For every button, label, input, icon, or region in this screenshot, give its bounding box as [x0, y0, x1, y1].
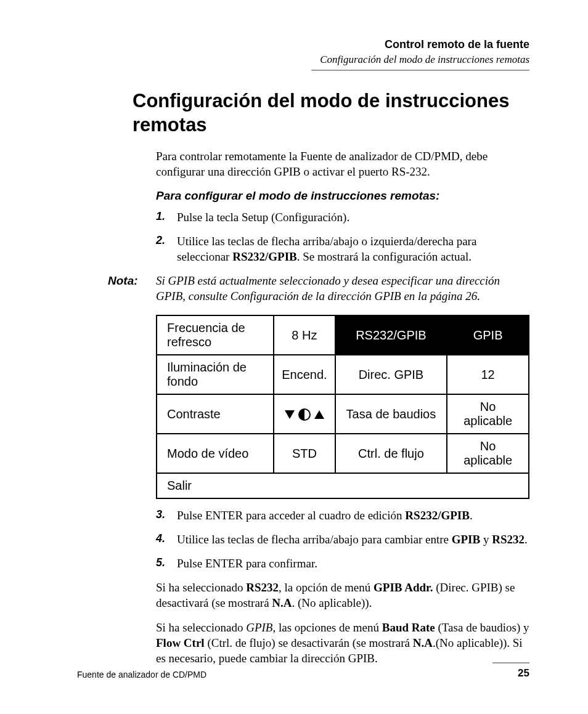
- step-3: 3. Pulse ENTER para acceder al cuadro de…: [156, 508, 529, 523]
- header-rule: [311, 70, 529, 71]
- table-row: Modo de vídeo STD Ctrl. de flujo No apli…: [157, 434, 529, 473]
- cell-flow-value: No aplicable: [447, 434, 529, 473]
- note-text: Si GPIB está actualmente seleccionado y …: [156, 273, 529, 304]
- note: Nota: Si GPIB está actualmente seleccion…: [108, 273, 529, 304]
- table-row: Contraste Tasa de baudios No aplicable: [157, 394, 529, 434]
- cell-backlight-label: Iluminación de fondo: [157, 355, 274, 394]
- step-5: 5. Pulse ENTER para confirmar.: [156, 556, 529, 571]
- cell-contrast-label: Contraste: [157, 394, 274, 434]
- cell-gpibaddr-value: 12: [447, 355, 529, 394]
- page-title: Configuración del modo de instrucciones …: [133, 89, 529, 137]
- para-gpib: Si ha seleccionado GPIB, las opciones de…: [156, 620, 529, 666]
- cell-refresh-value: 8 Hz: [274, 315, 335, 355]
- cell-backlight-value: Encend.: [274, 355, 335, 394]
- triangle-up-icon: [314, 410, 324, 419]
- triangle-down-icon: [285, 410, 295, 419]
- footer-rule: [492, 662, 529, 663]
- cell-refresh-label: Frecuencia de refresco: [157, 315, 274, 355]
- header-chapter: Control remoto de la fuente: [77, 38, 529, 51]
- header-section: Configuración del modo de instrucciones …: [77, 54, 529, 66]
- intro-paragraph: Para controlar remotamente la Fuente de …: [156, 148, 529, 179]
- step-number: 1.: [156, 209, 177, 225]
- note-label: Nota:: [108, 273, 156, 304]
- procedure-subhead: Para configurar el modo de instrucciones…: [156, 188, 529, 203]
- footer-doc-title: Fuente de analizador de CD/PMD: [77, 670, 206, 680]
- step-4: 4. Utilice las teclas de flecha arriba/a…: [156, 532, 529, 547]
- step-number: 4.: [156, 532, 177, 547]
- table-row: Salir: [157, 473, 529, 498]
- cell-gpibaddr-label: Direc. GPIB: [335, 355, 447, 394]
- step-text: Pulse la tecla Setup (Configuración).: [177, 209, 529, 225]
- table-row: Frecuencia de refresco 8 Hz RS232/GPIB G…: [157, 315, 529, 355]
- step-text: Pulse ENTER para acceder al cuadro de ed…: [177, 508, 529, 523]
- config-table: Frecuencia de refresco 8 Hz RS232/GPIB G…: [156, 315, 529, 499]
- cell-exit: Salir: [157, 473, 529, 498]
- step-number: 2.: [156, 233, 177, 264]
- step-text: Utilice las teclas de flecha arriba/abaj…: [177, 532, 529, 547]
- contrast-icon: [298, 408, 311, 421]
- cell-rs232gpib-label: RS232/GPIB: [335, 315, 447, 355]
- cell-contrast-value: [274, 394, 335, 434]
- para-rs232: Si ha seleccionado RS232, la opción de m…: [156, 580, 529, 611]
- step-1: 1. Pulse la tecla Setup (Configuración).: [156, 209, 529, 225]
- table-row: Iluminación de fondo Encend. Direc. GPIB…: [157, 355, 529, 394]
- cell-baud-value: No aplicable: [447, 394, 529, 434]
- cell-video-value: STD: [274, 434, 335, 473]
- step-number: 5.: [156, 556, 177, 571]
- cell-video-label: Modo de vídeo: [157, 434, 274, 473]
- cell-flow-label: Ctrl. de flujo: [335, 434, 447, 473]
- step-2: 2. Utilice las teclas de flecha arriba/a…: [156, 233, 529, 264]
- cell-baud-label: Tasa de baudios: [335, 394, 447, 434]
- step-text: Pulse ENTER para confirmar.: [177, 556, 529, 571]
- cell-rs232gpib-value: GPIB: [447, 315, 529, 355]
- step-text: Utilice las teclas de flecha arriba/abaj…: [177, 233, 529, 264]
- step-number: 3.: [156, 508, 177, 523]
- page-number: 25: [492, 667, 529, 680]
